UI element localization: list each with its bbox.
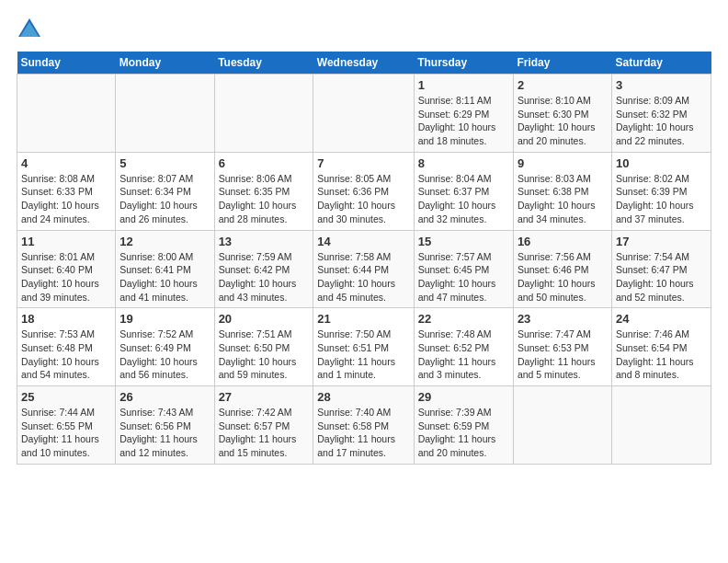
calendar-cell: 17Sunrise: 7:54 AMSunset: 6:47 PMDayligh… [611, 230, 711, 308]
day-header-friday: Friday [513, 52, 611, 75]
day-info: Sunrise: 8:05 AMSunset: 6:36 PMDaylight:… [317, 172, 409, 226]
week-row-2: 4Sunrise: 8:08 AMSunset: 6:33 PMDaylight… [17, 152, 711, 230]
calendar-cell: 10Sunrise: 8:02 AMSunset: 6:39 PMDayligh… [611, 152, 711, 230]
calendar-cell: 21Sunrise: 7:50 AMSunset: 6:51 PMDayligh… [313, 308, 414, 386]
day-header-sunday: Sunday [17, 52, 116, 75]
day-number: 12 [119, 235, 210, 248]
calendar-cell: 22Sunrise: 7:48 AMSunset: 6:52 PMDayligh… [414, 308, 513, 386]
day-number: 20 [219, 312, 310, 326]
day-number: 17 [616, 235, 707, 248]
logo-icon [17, 17, 42, 42]
day-info: Sunrise: 7:56 AMSunset: 6:46 PMDaylight:… [518, 250, 608, 304]
day-info: Sunrise: 8:00 AMSunset: 6:41 PMDaylight:… [119, 250, 210, 304]
day-info: Sunrise: 8:03 AMSunset: 6:38 PMDaylight:… [518, 172, 608, 226]
calendar-cell: 25Sunrise: 7:44 AMSunset: 6:55 PMDayligh… [17, 386, 116, 465]
day-info: Sunrise: 8:09 AMSunset: 6:32 PMDaylight:… [616, 94, 707, 148]
header-row: SundayMondayTuesdayWednesdayThursdayFrid… [17, 52, 711, 75]
day-info: Sunrise: 8:06 AMSunset: 6:35 PMDaylight:… [219, 172, 310, 226]
calendar-cell [513, 386, 611, 465]
calendar-cell: 6Sunrise: 8:06 AMSunset: 6:35 PMDaylight… [214, 152, 313, 230]
day-number: 23 [518, 312, 608, 326]
calendar-cell: 20Sunrise: 7:51 AMSunset: 6:50 PMDayligh… [214, 308, 313, 386]
day-number: 22 [418, 312, 509, 326]
day-info: Sunrise: 7:39 AMSunset: 6:59 PMDaylight:… [418, 406, 509, 460]
calendar-cell: 27Sunrise: 7:42 AMSunset: 6:57 PMDayligh… [214, 386, 313, 465]
day-number: 10 [616, 156, 707, 170]
day-info: Sunrise: 7:54 AMSunset: 6:47 PMDaylight:… [616, 250, 707, 304]
day-number: 7 [317, 156, 409, 170]
day-header-wednesday: Wednesday [313, 52, 414, 75]
day-number: 1 [418, 78, 509, 92]
day-info: Sunrise: 8:04 AMSunset: 6:37 PMDaylight:… [418, 172, 509, 226]
calendar-cell [214, 75, 313, 153]
calendar-cell: 4Sunrise: 8:08 AMSunset: 6:33 PMDaylight… [17, 152, 116, 230]
day-info: Sunrise: 7:47 AMSunset: 6:53 PMDaylight:… [518, 327, 608, 382]
calendar-cell: 28Sunrise: 7:40 AMSunset: 6:58 PMDayligh… [313, 386, 414, 465]
day-number: 5 [119, 156, 210, 170]
day-number: 28 [317, 390, 409, 404]
week-row-4: 18Sunrise: 7:53 AMSunset: 6:48 PMDayligh… [17, 308, 711, 386]
day-info: Sunrise: 7:48 AMSunset: 6:52 PMDaylight:… [418, 327, 509, 382]
calendar-cell: 8Sunrise: 8:04 AMSunset: 6:37 PMDaylight… [414, 152, 513, 230]
day-info: Sunrise: 7:58 AMSunset: 6:44 PMDaylight:… [317, 250, 409, 304]
day-header-thursday: Thursday [414, 52, 513, 75]
calendar-cell: 12Sunrise: 8:00 AMSunset: 6:41 PMDayligh… [116, 230, 214, 308]
day-header-tuesday: Tuesday [214, 52, 313, 75]
day-info: Sunrise: 7:59 AMSunset: 6:42 PMDaylight:… [219, 250, 310, 304]
day-number: 9 [518, 156, 608, 170]
calendar-cell [611, 386, 711, 465]
day-number: 6 [219, 156, 310, 170]
calendar-cell [116, 75, 214, 153]
day-info: Sunrise: 7:40 AMSunset: 6:58 PMDaylight:… [317, 406, 409, 460]
day-info: Sunrise: 8:07 AMSunset: 6:34 PMDaylight:… [119, 172, 210, 226]
day-number: 19 [119, 312, 210, 326]
day-info: Sunrise: 7:50 AMSunset: 6:51 PMDaylight:… [317, 327, 409, 382]
calendar-cell: 11Sunrise: 8:01 AMSunset: 6:40 PMDayligh… [17, 230, 116, 308]
calendar-cell: 3Sunrise: 8:09 AMSunset: 6:32 PMDaylight… [611, 75, 711, 153]
calendar-cell: 24Sunrise: 7:46 AMSunset: 6:54 PMDayligh… [611, 308, 711, 386]
calendar-cell: 16Sunrise: 7:56 AMSunset: 6:46 PMDayligh… [513, 230, 611, 308]
day-number: 3 [616, 78, 707, 92]
day-info: Sunrise: 7:51 AMSunset: 6:50 PMDaylight:… [219, 327, 310, 382]
day-number: 27 [219, 390, 310, 404]
calendar-cell: 26Sunrise: 7:43 AMSunset: 6:56 PMDayligh… [116, 386, 214, 465]
day-header-monday: Monday [116, 52, 214, 75]
day-number: 2 [518, 78, 608, 92]
calendar-cell: 15Sunrise: 7:57 AMSunset: 6:45 PMDayligh… [414, 230, 513, 308]
calendar-cell: 13Sunrise: 7:59 AMSunset: 6:42 PMDayligh… [214, 230, 313, 308]
calendar-table: SundayMondayTuesdayWednesdayThursdayFrid… [17, 52, 711, 465]
header [17, 17, 711, 42]
calendar-cell: 19Sunrise: 7:52 AMSunset: 6:49 PMDayligh… [116, 308, 214, 386]
calendar-cell [17, 75, 116, 153]
day-number: 25 [21, 390, 111, 404]
day-number: 16 [518, 235, 608, 248]
day-info: Sunrise: 7:46 AMSunset: 6:54 PMDaylight:… [616, 327, 707, 382]
page: SundayMondayTuesdayWednesdayThursdayFrid… [0, 0, 728, 474]
calendar-cell: 18Sunrise: 7:53 AMSunset: 6:48 PMDayligh… [17, 308, 116, 386]
day-info: Sunrise: 7:52 AMSunset: 6:49 PMDaylight:… [119, 327, 210, 382]
day-info: Sunrise: 8:08 AMSunset: 6:33 PMDaylight:… [21, 172, 111, 226]
day-info: Sunrise: 8:11 AMSunset: 6:29 PMDaylight:… [418, 94, 509, 148]
calendar-cell: 9Sunrise: 8:03 AMSunset: 6:38 PMDaylight… [513, 152, 611, 230]
day-number: 8 [418, 156, 509, 170]
day-number: 18 [21, 312, 111, 326]
week-row-5: 25Sunrise: 7:44 AMSunset: 6:55 PMDayligh… [17, 386, 711, 465]
calendar-cell: 23Sunrise: 7:47 AMSunset: 6:53 PMDayligh… [513, 308, 611, 386]
day-info: Sunrise: 7:44 AMSunset: 6:55 PMDaylight:… [21, 406, 111, 460]
day-info: Sunrise: 8:02 AMSunset: 6:39 PMDaylight:… [616, 172, 707, 226]
day-info: Sunrise: 8:01 AMSunset: 6:40 PMDaylight:… [21, 250, 111, 304]
day-info: Sunrise: 8:10 AMSunset: 6:30 PMDaylight:… [518, 94, 608, 148]
day-info: Sunrise: 7:43 AMSunset: 6:56 PMDaylight:… [119, 406, 210, 460]
day-number: 14 [317, 235, 409, 248]
day-number: 13 [219, 235, 310, 248]
calendar-cell: 29Sunrise: 7:39 AMSunset: 6:59 PMDayligh… [414, 386, 513, 465]
calendar-cell [313, 75, 414, 153]
calendar-cell: 14Sunrise: 7:58 AMSunset: 6:44 PMDayligh… [313, 230, 414, 308]
calendar-cell: 1Sunrise: 8:11 AMSunset: 6:29 PMDaylight… [414, 75, 513, 153]
day-number: 24 [616, 312, 707, 326]
day-number: 26 [119, 390, 210, 404]
calendar-cell: 7Sunrise: 8:05 AMSunset: 6:36 PMDaylight… [313, 152, 414, 230]
logo [17, 17, 44, 42]
day-header-saturday: Saturday [611, 52, 711, 75]
calendar-cell: 2Sunrise: 8:10 AMSunset: 6:30 PMDaylight… [513, 75, 611, 153]
